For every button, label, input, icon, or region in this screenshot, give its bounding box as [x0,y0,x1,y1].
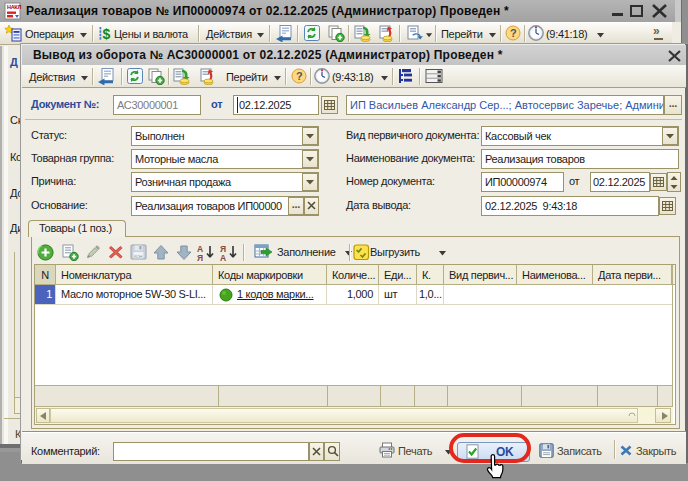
svg-text:$: $ [103,26,111,42]
svg-text:?: ? [296,70,303,82]
svg-text:КОН: КОН [134,254,142,259]
svg-text:НАКЛ: НАКЛ [7,4,21,10]
svg-text:Я: Я [197,253,203,262]
svg-text:А: А [220,253,226,262]
svg-text:?: ? [510,27,517,39]
